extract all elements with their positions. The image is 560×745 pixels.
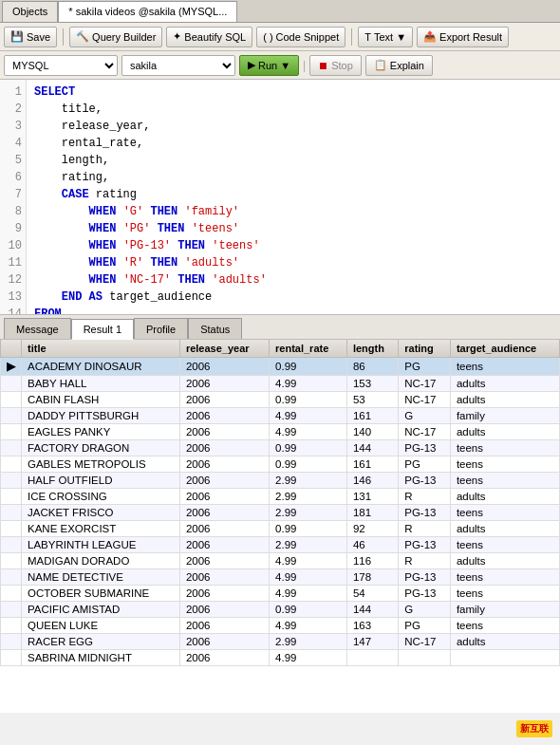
table-row[interactable]: FACTORY DRAGON20060.99144PG-13teens (1, 440, 560, 456)
explain-button[interactable]: 📋 Explain (365, 55, 433, 76)
row-indicator (1, 424, 22, 440)
table-row[interactable]: ICE CROSSING20062.99131Radults (1, 489, 560, 505)
table-row[interactable]: QUEEN LUKE20064.99163PGteens (1, 618, 560, 634)
table-row[interactable]: OCTOBER SUBMARINE20064.9954PG-13teens (1, 586, 560, 602)
cell-release_year: 2006 (179, 586, 269, 602)
sql-line: WHEN 'PG' THEN 'teens' (34, 220, 552, 237)
cell-title: NAME DETECTIVE (22, 569, 180, 586)
db-engine-select[interactable]: MYSQL (4, 55, 118, 76)
col-indicator-header (1, 340, 22, 358)
run-button[interactable]: ▶ Run ▼ (239, 55, 299, 76)
line-number: 2 (4, 101, 22, 118)
cell-title: FACTORY DRAGON (22, 440, 180, 456)
table-row[interactable]: EAGLES PANKY20064.99140NC-17adults (1, 424, 560, 440)
sql-content[interactable]: SELECT title, release_year, rental_rate,… (27, 80, 560, 314)
row-indicator (1, 521, 22, 537)
cell-rating: NC-17 (399, 424, 451, 440)
cell-rental_rate: 0.99 (270, 440, 347, 456)
table-row[interactable]: HALF OUTFIELD20062.99146PG-13teens (1, 473, 560, 489)
sql-editor[interactable]: 1234567891011121314151617 SELECT title, … (0, 80, 560, 315)
cell-rental_rate: 2.99 (270, 634, 347, 650)
line-number: 14 (4, 306, 22, 315)
query-builder-button[interactable]: 🔨 Query Builder (69, 27, 162, 47)
sql-line: rental_rate, (34, 135, 552, 152)
cell-rental_rate: 4.99 (270, 424, 347, 440)
cell-target_audience: adults (450, 392, 559, 408)
cell-rating: PG-13 (399, 569, 451, 586)
table-row[interactable]: BABY HALL20064.99153NC-17adults (1, 376, 560, 392)
cell-rating: R (399, 489, 451, 505)
line-number: 4 (4, 135, 22, 152)
cell-length: 161 (346, 456, 398, 473)
cell-title: ACADEMY DINOSAUR (22, 358, 180, 376)
export-icon: 📤 (423, 30, 437, 43)
cell-length: 54 (346, 586, 398, 602)
table-row[interactable]: NAME DETECTIVE20064.99178PG-13teens (1, 569, 560, 586)
cell-rental_rate: 0.99 (270, 602, 347, 618)
tab-active[interactable]: * sakila videos @sakila (MYSQL... (58, 1, 237, 22)
beautify-sql-button[interactable]: ✦ Beautify SQL (166, 27, 252, 47)
table-row[interactable]: ▶ACADEMY DINOSAUR20060.9986PGteens (1, 358, 560, 376)
row-indicator (1, 650, 22, 666)
toolbar2: MYSQL sakila ▶ Run ▼ | ⏹ Stop 📋 Explain (0, 51, 560, 80)
table-row[interactable]: RACER EGG20062.99147NC-17adults (1, 634, 560, 650)
cell-length: 131 (346, 489, 398, 505)
cell-rental_rate: 0.99 (270, 521, 347, 537)
cell-length: 163 (346, 618, 398, 634)
cell-length: 147 (346, 634, 398, 650)
data-table-container[interactable]: titlerelease_yearrental_ratelengthrating… (0, 340, 560, 713)
table-row[interactable]: JACKET FRISCO20062.99181PG-13teens (1, 505, 560, 521)
cell-release_year: 2006 (179, 618, 269, 634)
result-tab-message[interactable]: Message (4, 318, 71, 339)
cell-title: QUEEN LUKE (22, 618, 180, 634)
code-snippet-button[interactable]: ( ) Code Snippet (256, 27, 345, 47)
table-row[interactable]: DADDY PITTSBURGH20064.99161Gfamily (1, 408, 560, 424)
table-row[interactable]: SABRINA MIDNIGHT20064.99 (1, 650, 560, 666)
cell-title: KANE EXORCIST (22, 521, 180, 537)
save-button[interactable]: 💾 Save (4, 27, 57, 47)
cell-title: EAGLES PANKY (22, 424, 180, 440)
cell-release_year: 2006 (179, 392, 269, 408)
toolbar1: 💾 Save 🔨 Query Builder ✦ Beautify SQL ( … (0, 23, 560, 51)
db-name-select[interactable]: sakila (121, 55, 235, 76)
run-dropdown-icon: ▼ (280, 60, 290, 71)
cell-release_year: 2006 (179, 358, 269, 376)
cell-length: 144 (346, 602, 398, 618)
export-result-button[interactable]: 📤 Export Result (417, 27, 509, 47)
result-tab-result-1[interactable]: Result 1 (71, 319, 134, 340)
row-indicator (1, 553, 22, 569)
result-tab-status[interactable]: Status (188, 318, 242, 339)
text-icon: T (364, 31, 371, 43)
stop-button[interactable]: ⏹ Stop (309, 55, 362, 76)
save-icon: 💾 (10, 30, 24, 43)
table-row[interactable]: LABYRINTH LEAGUE20062.9946PG-13teens (1, 537, 560, 553)
cell-title: BABY HALL (22, 376, 180, 392)
line-number: 6 (4, 169, 22, 186)
bottom-area: titlerelease_yearrental_ratelengthrating… (0, 340, 560, 713)
cell-release_year: 2006 (179, 569, 269, 586)
dropdown-arrow: ▼ (396, 31, 406, 43)
tab-objects[interactable]: Objects (2, 1, 58, 22)
cell-rating: G (399, 408, 451, 424)
cell-target_audience: teens (450, 569, 559, 586)
row-indicator (1, 569, 22, 586)
cell-title: MADIGAN DORADO (22, 553, 180, 569)
cell-length: 53 (346, 392, 398, 408)
line-number: 13 (4, 289, 22, 306)
text-button[interactable]: T Text ▼ (358, 27, 413, 47)
table-row[interactable]: PACIFIC AMISTAD20060.99144Gfamily (1, 602, 560, 618)
cell-title: RACER EGG (22, 634, 180, 650)
table-row[interactable]: GABLES METROPOLIS20060.99161PGteens (1, 456, 560, 473)
qb-icon: 🔨 (76, 30, 89, 43)
table-row[interactable]: KANE EXORCIST20060.9992Radults (1, 521, 560, 537)
table-row[interactable]: MADIGAN DORADO20064.99116Radults (1, 553, 560, 569)
cell-rating: PG-13 (399, 440, 451, 456)
sep1 (63, 28, 64, 46)
cell-rental_rate: 4.99 (270, 650, 347, 666)
line-number: 5 (4, 152, 22, 169)
table-row[interactable]: CABIN FLASH20060.9953NC-17adults (1, 392, 560, 408)
result-tab-profile[interactable]: Profile (134, 318, 188, 339)
row-indicator (1, 505, 22, 521)
cell-rental_rate: 2.99 (270, 489, 347, 505)
sql-line: CASE rating (34, 186, 552, 203)
